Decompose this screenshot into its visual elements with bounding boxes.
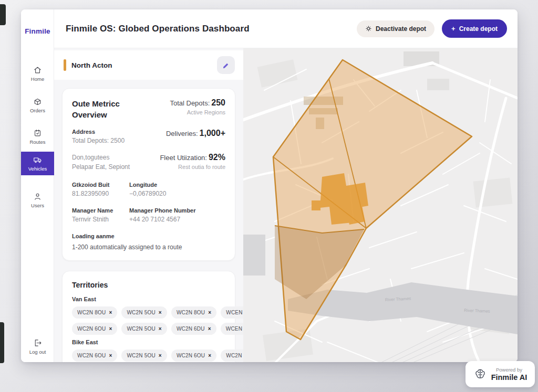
territory-chip[interactable]: WC2N 5OU× — [121, 349, 167, 362]
stat-sub: Rest outia fo route — [160, 164, 225, 170]
metrics-card: Oute Metricc Overview Total Depots:250 A… — [62, 88, 235, 261]
territory-chip[interactable]: WC2N 8OU× — [72, 306, 117, 319]
territories-title: Territories — [72, 281, 225, 289]
territory-chip[interactable]: WC2N 8OU× — [171, 306, 216, 319]
depot-name: North Acton — [71, 61, 112, 69]
stat-label: Total Depots: — [170, 99, 210, 107]
sidebar: Finmile HomeOrdersRoutesVehiclesUsers Lo… — [21, 9, 54, 362]
stat-total-depots: Total Depots:250 Active Regions — [160, 98, 225, 115]
latlong-row: Gtkzoiod Buit 81.82395090 Longitude −0,0… — [72, 182, 225, 197]
latitude-label: Gtkzoiod Buit — [72, 182, 122, 188]
pencil-icon — [222, 61, 230, 69]
stat-fleet-utilization: Fleet Utiization:92% Rest outia fo route — [160, 153, 225, 170]
territory-chip[interactable]: WCEN 5OU× — [221, 306, 243, 319]
home-icon — [33, 66, 42, 75]
territory-chip-label: WCEN 5OU — [226, 326, 243, 332]
territory-chip[interactable]: WC2N 5OU× — [121, 306, 167, 319]
territory-chip-label: WC2N 6OU — [77, 326, 106, 332]
address-block: Address Total Depots: 2500 — [72, 129, 154, 144]
territory-group-label: Bike East — [72, 339, 225, 345]
territory-chip[interactable]: WC2N 6OU× — [72, 323, 117, 335]
create-depot-label: Create depot — [459, 25, 498, 33]
territory-chip[interactable]: WC2N 5OU× — [121, 323, 167, 335]
stat-label: Deliveries: — [166, 130, 198, 137]
chip-remove-icon[interactable]: × — [159, 353, 162, 358]
territory-group-label: Van East — [72, 296, 225, 302]
depot-detail-panel: North Acton Oute Metricc Overview Total … — [54, 48, 243, 362]
background-window-fragment-bottom — [0, 322, 4, 363]
sidebar-item-label: Home — [31, 76, 44, 82]
depot-header-row: North Acton — [54, 50, 243, 80]
header-actions: Deactivate depot + Create depot — [357, 19, 507, 38]
sidebar-item-users[interactable]: Users — [21, 188, 54, 212]
vehicles-icon — [33, 155, 42, 164]
territory-chip-label: WC2N 5OU — [127, 353, 155, 358]
map-svg: River Thames River Thames — [243, 48, 518, 362]
gear-icon — [365, 25, 372, 32]
territories-card: Territories Van EastWC2N 8OU×WC2N 5OU×WC… — [62, 271, 235, 362]
sidebar-item-routes[interactable]: Routes — [21, 125, 54, 149]
sidebar-item-label: Users — [31, 203, 44, 208]
territory-chip-label: WC2N 8OU — [77, 310, 106, 315]
loading-row: Loading aanme 1-200 automatically assign… — [72, 233, 225, 251]
chip-remove-icon[interactable]: × — [208, 353, 211, 358]
sidebar-item-label: Orders — [30, 108, 45, 113]
powered-by-text: Powered by — [496, 367, 522, 373]
sidebar-item-vehicles[interactable]: Vehicles — [21, 152, 54, 175]
finmile-ai-text: Finmile AI — [491, 373, 527, 382]
territory-chip[interactable]: WC2N 8OU× — [221, 349, 243, 362]
stat-value: 1,000+ — [200, 129, 225, 137]
address-line3: Pelapar Eat, Sepiont — [72, 162, 154, 172]
chip-remove-icon[interactable]: × — [208, 310, 211, 315]
manager-phone-label: Manager Phone Number — [129, 207, 225, 214]
loading-value: 1-200 automatically assigned to a route — [72, 243, 225, 251]
metrics-title: Oute Metricc Overview — [72, 98, 143, 120]
territory-chip-row: WC2N 6OU×WC2N 5OU×WC2N 6OU×WC2N 8OU× — [72, 349, 225, 362]
edit-depot-button[interactable] — [217, 56, 235, 74]
territory-chip[interactable]: WC2N 6OU× — [72, 349, 117, 362]
page-title: Finmile OS: Globed Operations Dashboard — [66, 24, 250, 34]
routes-icon — [33, 129, 42, 137]
manager-phone-value: +44 20 7102 4567 — [129, 216, 225, 223]
chip-remove-icon[interactable]: × — [109, 310, 112, 315]
river-label: River Thames — [464, 308, 490, 314]
manager-name-label: Manager Name — [72, 207, 122, 214]
chip-remove-icon[interactable]: × — [208, 326, 211, 332]
users-icon — [33, 192, 42, 201]
stat-value: 250 — [211, 98, 225, 107]
logout-button[interactable]: Log out — [21, 338, 54, 355]
territory-chip-row: WC2N 8OU×WC2N 5OU×WC2N 8OU×WCEN 5OU× — [72, 306, 225, 319]
longitude-value: −0,06789020 — [129, 190, 225, 197]
address-label: Address — [72, 129, 154, 135]
sidebar-item-orders[interactable]: Orders — [21, 93, 54, 117]
logout-icon — [33, 338, 42, 347]
territory-chip-label: WC2N 8OU — [177, 310, 205, 315]
manager-row: Manager Name Ternvir Stnith Manager Phon… — [72, 207, 225, 223]
territory-chip[interactable]: WC2N 6DU× — [171, 323, 216, 335]
address-value: Total Depots: 2500 — [72, 137, 154, 144]
territory-chip[interactable]: WC2N 6OU× — [171, 349, 216, 362]
map-canvas[interactable]: River Thames River Thames — [243, 48, 518, 362]
stat-deliveries: Deliveries:1,000+ — [160, 129, 225, 138]
territory-chip-label: WC2N 6DU — [177, 326, 205, 332]
address-line2: Don,togutees — [72, 153, 154, 162]
depot-color-marker — [64, 59, 66, 71]
finmile-logo: Finmile — [21, 27, 54, 35]
deactivate-depot-button[interactable]: Deactivate depot — [357, 20, 434, 37]
chip-remove-icon[interactable]: × — [159, 310, 162, 315]
header-bar: Finmile OS: Globed Operations Dashboard … — [54, 9, 518, 48]
territory-chip[interactable]: WCEN 5OU× — [221, 323, 243, 335]
latitude-value: 81.82395090 — [72, 190, 122, 197]
chip-remove-icon[interactable]: × — [109, 326, 112, 332]
create-depot-button[interactable]: + Create depot — [442, 19, 507, 38]
chip-remove-icon[interactable]: × — [159, 326, 162, 332]
address-extra: Don,togutees Pelapar Eat, Sepiont — [72, 153, 154, 172]
sidebar-item-home[interactable]: Home — [21, 62, 54, 86]
chip-remove-icon[interactable]: × — [109, 353, 112, 358]
territory-chip-row: WC2N 6OU×WC2N 5OU×WC2N 6DU×WCEN 5OU× — [72, 323, 225, 335]
territory-chip-label: WC2N 6OU — [77, 353, 106, 358]
map-gray-area — [243, 235, 265, 276]
loading-label: Loading aanme — [72, 233, 225, 239]
app-window: Finmile HomeOrdersRoutesVehiclesUsers Lo… — [21, 9, 518, 362]
powered-by-badge: Powered by Finmile AI — [465, 361, 535, 387]
